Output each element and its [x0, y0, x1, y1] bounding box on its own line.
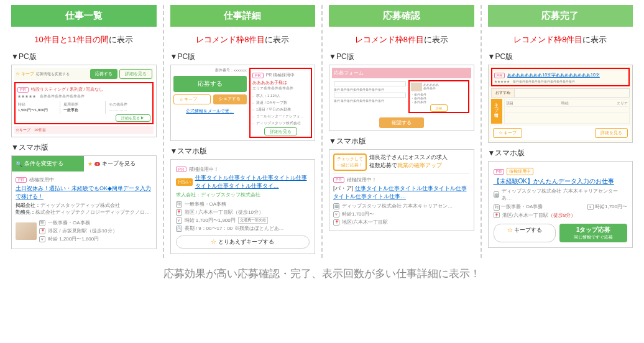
col-header: 応募完了: [488, 5, 633, 27]
col3-pc-mock: 応募フォーム 条件 条件条件条件条件条件条件条件 条件 条件条件条件条件条件条件…: [329, 65, 474, 131]
col-header: 応募確認: [329, 5, 474, 27]
thumbnail: [16, 222, 37, 240]
briefcase-icon: 鞄: [494, 204, 500, 211]
keep-button[interactable]: ☆ キープ: [493, 128, 523, 138]
search-button[interactable]: 🔍条件を変更する: [12, 156, 84, 172]
confirm-button[interactable]: 確認する: [379, 117, 424, 128]
subtitle: レコメンド枠8件目に表示: [488, 34, 633, 45]
apply-button[interactable]: 応募する: [173, 76, 247, 92]
pc-label: ▼PC版: [11, 52, 157, 62]
tag: 日払い: [176, 178, 193, 186]
job-title-link[interactable]: 【未経験OK】かんたんデータ入力のお仕事: [494, 177, 628, 186]
sp-label: ▼スマホ版: [11, 142, 157, 153]
job-title-link[interactable]: 土日祝休み！週払い・未経験でもOK◆簡単データ入力で稼げる！: [16, 185, 152, 201]
form-header: 応募フォーム: [332, 68, 471, 78]
subtitle: レコメンド枠8件目に表示: [329, 34, 474, 45]
yen-icon: ¥: [176, 217, 182, 224]
keep-label: ☆ キープ: [16, 71, 34, 77]
detail-button[interactable]: 詳細を見る: [119, 69, 152, 79]
col-job-list: 仕事一覧 10件目と11件目の間に表示 ▼PC版 ☆ キープ 応募情報を変更する…: [5, 5, 164, 258]
detail-button[interactable]: 詳細を見る: [595, 128, 628, 138]
pin-icon: 📍: [333, 219, 339, 226]
job-title-link[interactable]: 仕事タイトル仕事タイトル仕事タイトル仕事タイトル仕事タイトル仕事タイ…: [195, 174, 310, 190]
col-header: 仕事詳細: [170, 5, 316, 27]
building-icon: 🏢: [494, 191, 500, 198]
pin-icon: 📍: [494, 212, 500, 218]
check-balloon: チェックして一緒に応募！: [333, 153, 367, 171]
share-button[interactable]: シェアする: [213, 94, 247, 104]
col3-sp-mock: チェックして一緒に応募！ 畑良花子さんにオススメの求人 複数応募で就業の確率アッ…: [329, 149, 474, 231]
keep-button[interactable]: ☆ キープ: [173, 94, 211, 104]
subtitle: レコメンド枠8件目に表示: [170, 34, 316, 45]
keep-button[interactable]: ☆ キープする: [494, 224, 556, 242]
yen-icon: ¥: [587, 204, 594, 210]
listing-title: 特設リスティング / 系列店 / 写真なし: [31, 86, 104, 93]
search-icon: 🔍: [16, 161, 22, 167]
keep-tentative-button[interactable]: ☆ とりあえずキープする: [176, 236, 310, 249]
col2-sp-mock: PR積極採用中！ 日払い 仕事タイトル仕事タイトル仕事タイトル仕事タイトル仕事タ…: [170, 159, 316, 254]
top-title[interactable]: ああああああああ10文字ああああああああ10文: [507, 72, 600, 78]
col1-pc-mock: ☆ キープ 応募情報を変更する 応募する 詳細を見る PR 特設リスティング /…: [11, 65, 157, 137]
star-icon: ☆: [507, 227, 513, 233]
side-title: あああああ子様は: [252, 80, 309, 86]
apply-button[interactable]: 応募する: [90, 69, 117, 79]
columns-container: 仕事一覧 10件目と11件目の間に表示 ▼PC版 ☆ キープ 応募情報を変更する…: [5, 5, 639, 258]
tab-recommend[interactable]: おすすめ: [492, 89, 515, 97]
yen-icon: ¥: [39, 236, 45, 242]
col-header: 仕事一覧: [11, 5, 157, 27]
bottom-keep-strip: ☆キープ 10件目: [14, 126, 154, 134]
col2-pc-mock: 案件番号：xxxxxxx 応募する ☆ キープ シェアする 公式情報をメールで受…: [170, 65, 316, 141]
keep-view-button[interactable]: ★1キープを見る: [84, 156, 156, 172]
clock-icon: 🕐: [176, 226, 182, 232]
one-tap-apply-button[interactable]: 1タップ応募 同じ情報ですぐ応募: [559, 224, 627, 242]
star-icon: ☆: [211, 239, 216, 245]
pin-icon: 📍: [176, 209, 182, 216]
col-apply-complete: 応募完了 レコメンド枠8件目に表示 ▼PC版 PRああああああああ10文字あああ…: [482, 5, 640, 258]
mail-link[interactable]: 公式情報をメールで受…: [186, 109, 234, 113]
briefcase-icon: 鞄: [176, 201, 182, 208]
building-icon: 🏢: [333, 203, 339, 209]
yen-icon: ¥: [333, 211, 339, 217]
subtitle: 10件目と11件目の間に表示: [11, 34, 157, 45]
view-detail-button[interactable]: 詳細を見る: [264, 127, 297, 135]
pr-badge: PR: [17, 87, 29, 93]
col4-sp-mock: PR積極採用中 【未経験OK】かんたんデータ入力のお仕事 🏢ディップスタッフ株式…: [488, 161, 633, 248]
col-apply-confirm: 応募確認 レコメンド枠8件目に表示 ▼PC版 応募フォーム 条件 条件条件条件条…: [323, 5, 482, 258]
briefcase-icon: 鞄: [39, 220, 45, 226]
col4-pc-mock: PRああああああああ10文字ああああああああ10文 ★★★★★ 条件条件条件条件…: [488, 65, 633, 143]
job-title-link[interactable]: 仕事タイトル仕事タイトル仕事タイトル仕事タイトル仕事タイトル仕事…: [333, 185, 467, 199]
star-icon: ★: [88, 161, 93, 167]
col1-sp-mock: 🔍条件を変更する ★1キープを見る PR積極採用中 土日祝休み！週払い・未経験で…: [11, 155, 157, 249]
col-job-detail: 仕事詳細 レコメンド枠8件目に表示 ▼PC版 案件番号：xxxxxxx 応募する…: [164, 5, 323, 258]
pin-icon: 📍: [39, 228, 45, 234]
footer-note: 応募効果が高い応募確認・完了、表示回数が多い仕事詳細に表示！: [5, 267, 639, 281]
